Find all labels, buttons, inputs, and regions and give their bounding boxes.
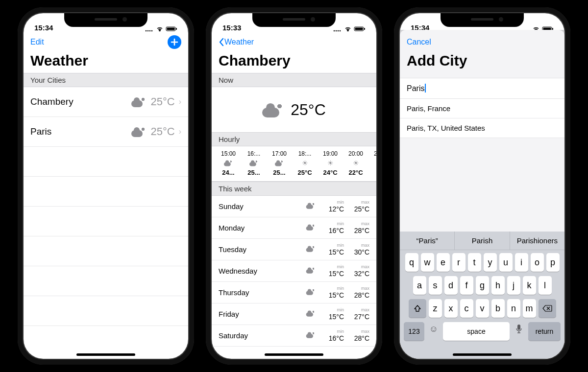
key-x[interactable]: x: [444, 299, 458, 318]
back-label: Weather: [224, 38, 254, 46]
key-g[interactable]: g: [476, 276, 489, 295]
key-v[interactable]: v: [476, 299, 489, 318]
key-f[interactable]: f: [460, 276, 473, 295]
home-indicator[interactable]: [76, 353, 135, 356]
city-row[interactable]: Paris 25°C ›: [24, 117, 188, 147]
key-return[interactable]: return: [528, 322, 561, 341]
key-j[interactable]: j: [507, 276, 520, 295]
key-y[interactable]: y: [484, 253, 497, 272]
svg-rect-5: [167, 28, 175, 30]
status-icons: [145, 26, 177, 32]
mic-icon[interactable]: [512, 322, 526, 336]
cloud-sun-icon: [224, 160, 233, 166]
key-m[interactable]: m: [523, 299, 536, 318]
phone-add-city: 15:34 Cancel Add City Paris Paris, Franc…: [394, 7, 570, 365]
key-shift[interactable]: [409, 299, 426, 318]
key-a[interactable]: a: [413, 276, 426, 295]
add-city-button[interactable]: [168, 35, 181, 49]
sun-icon: ☀: [353, 159, 359, 167]
section-header-your-cities: Your Cities: [24, 73, 188, 87]
key-r[interactable]: r: [452, 253, 466, 272]
cloud-sun-icon: [249, 160, 258, 166]
home-indicator[interactable]: [265, 353, 323, 356]
notch: [252, 13, 336, 27]
empty-row: [24, 177, 188, 207]
battery-icon: [166, 26, 177, 32]
key-q[interactable]: q: [405, 253, 418, 272]
keyboard-suggestions: “Paris” Parish Parishioners: [400, 232, 564, 250]
hour-cell: 17:0025...: [268, 150, 291, 176]
search-value: Paris: [407, 84, 426, 93]
key-l[interactable]: l: [539, 276, 552, 295]
key-space[interactable]: space: [443, 322, 510, 341]
hour-cell: 20:00☀22°C: [344, 150, 368, 176]
week-day: Monday: [219, 224, 303, 232]
wifi-icon: [156, 26, 164, 32]
key-i[interactable]: i: [515, 253, 528, 272]
week-row: Thursdaymin15°Cmax28°C: [212, 282, 376, 303]
hourly-scroll[interactable]: 15:0024... 16:...25... 17:0025... 18:...…: [212, 146, 376, 182]
key-k[interactable]: k: [523, 276, 536, 295]
section-header-week: This week: [212, 182, 376, 196]
week-row: Tuesdaymin15°Cmax30°C: [212, 239, 376, 260]
chevron-right-icon: ›: [179, 97, 181, 106]
key-w[interactable]: w: [421, 253, 434, 272]
key-backspace[interactable]: [539, 299, 556, 318]
city-row[interactable]: Chambery 25°C ›: [24, 87, 188, 117]
cancel-button[interactable]: Cancel: [407, 38, 431, 46]
key-numbers[interactable]: 123: [404, 322, 424, 341]
home-indicator[interactable]: [453, 353, 512, 356]
svg-point-7: [334, 30, 335, 32]
key-h[interactable]: h: [491, 276, 505, 295]
now-panel: 25°C: [212, 87, 376, 132]
svg-point-10: [340, 30, 341, 32]
svg-rect-6: [176, 28, 177, 30]
suggestion[interactable]: Parishioners: [510, 232, 564, 250]
weather-icon: [303, 286, 318, 299]
city-temp: 25°C: [151, 125, 175, 138]
key-z[interactable]: z: [429, 299, 442, 318]
signal-icon: [333, 26, 342, 32]
svg-point-8: [336, 30, 337, 32]
empty-row: [24, 266, 188, 296]
key-b[interactable]: b: [491, 299, 505, 318]
back-button[interactable]: Weather: [219, 38, 254, 46]
emoji-icon[interactable]: ☺: [427, 322, 441, 336]
svg-point-2: [149, 30, 151, 32]
week-row: Sundaymin12°Cmax25°C: [212, 196, 376, 217]
keyboard[interactable]: “Paris” Parish Parishioners qwertyuiop a…: [400, 232, 564, 359]
key-n[interactable]: n: [507, 299, 520, 318]
key-o[interactable]: o: [531, 253, 544, 272]
key-u[interactable]: u: [499, 253, 513, 272]
key-s[interactable]: s: [429, 276, 442, 295]
hour-cell: 21:00☀20°: [369, 150, 376, 176]
search-result[interactable]: Paris, France: [400, 99, 564, 118]
search-input[interactable]: Paris: [400, 78, 564, 99]
suggestion[interactable]: “Paris”: [400, 232, 455, 250]
chevron-right-icon: ›: [179, 127, 181, 136]
key-d[interactable]: d: [444, 276, 458, 295]
hour-cell: 15:0024...: [217, 150, 240, 176]
phone-city-detail: 15:33 Weather Chambery Now 25°C Hourly 1…: [206, 7, 382, 365]
chevron-left-icon: [219, 38, 224, 46]
week-day: Saturday: [219, 331, 303, 340]
week-day: Thursday: [219, 288, 303, 297]
key-p[interactable]: p: [546, 253, 560, 272]
cloud-sun-icon: [275, 160, 284, 166]
edit-button[interactable]: Edit: [30, 38, 44, 46]
weather-icon: [303, 329, 318, 342]
week-row: Fridaymin15°Cmax27°C: [212, 303, 376, 325]
search-result[interactable]: Paris, TX, United States: [400, 118, 564, 138]
hour-cell: 16:...25...: [242, 150, 266, 176]
weather-icon: [303, 222, 318, 234]
city-temp: 25°C: [151, 95, 175, 108]
suggestion[interactable]: Parish: [455, 232, 510, 250]
current-temp: 25°C: [291, 101, 326, 119]
hour-cell: 18:...☀25°C: [293, 150, 317, 176]
week-day: Tuesday: [219, 245, 303, 254]
key-t[interactable]: t: [468, 253, 481, 272]
signal-icon: [145, 26, 154, 32]
sun-icon: ☀: [327, 159, 334, 167]
key-c[interactable]: c: [460, 299, 473, 318]
key-e[interactable]: e: [437, 253, 450, 272]
